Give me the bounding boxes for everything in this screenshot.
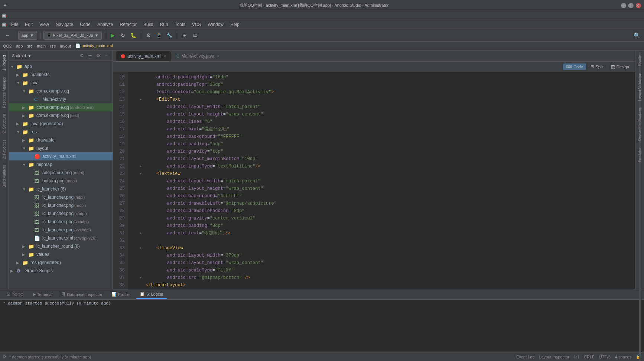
sdk-btn[interactable]: 🔧: [165, 31, 174, 40]
code-line-33[interactable]: ▶ <ImageView: [140, 244, 635, 252]
database-inspector-tab[interactable]: 🗄 Database Inspector: [58, 290, 106, 299]
code-line-38[interactable]: </LinearLayout>: [140, 282, 635, 289]
code-line-19[interactable]: android:padding="5dp": [140, 140, 635, 148]
tree-item-ic-launcher-hdpi[interactable]: 🖼 ic_launcher.png (hdpi): [9, 193, 113, 201]
close-btn[interactable]: ✕: [636, 3, 641, 8]
view-code-btn[interactable]: ⌨ Code: [563, 64, 586, 70]
z-structure-tab[interactable]: Z: Structure: [1, 111, 7, 136]
resource-manager-tab[interactable]: Resource Manager: [1, 74, 7, 111]
tree-item-java[interactable]: ▼ 📁 java: [9, 79, 113, 87]
code-line-34[interactable]: android:layout_width="379dp": [140, 252, 635, 259]
tree-item-ic-launcher-xhdpi[interactable]: 🖼 ic_launcher.png (xhdpi): [9, 209, 113, 218]
menu-help[interactable]: Help: [227, 21, 243, 28]
breadcrumb-item-app[interactable]: app: [16, 44, 23, 48]
menu-window[interactable]: Window: [205, 21, 227, 28]
code-line-32[interactable]: [140, 237, 635, 244]
tree-item-ic-launcher-xml[interactable]: 📄 ic_launcher.xml (anydpi-v26): [9, 234, 113, 242]
emulator-tab[interactable]: Emulator: [636, 144, 643, 165]
breadcrumb-item-file[interactable]: 📄 activity_main.xml: [75, 43, 113, 48]
menu-file[interactable]: File: [8, 21, 21, 28]
tree-item-mainactivity[interactable]: C MainActivity: [9, 95, 113, 103]
menu-run[interactable]: Run: [157, 21, 171, 28]
menu-code[interactable]: Code: [77, 21, 94, 28]
code-line-21[interactable]: android:layout_marginBottom="10dp": [140, 155, 635, 163]
view-design-btn[interactable]: 🖼 Design: [608, 64, 632, 70]
panel-dropdown-icon[interactable]: ▼: [27, 53, 32, 58]
menu-analyze[interactable]: Analyze: [94, 21, 116, 28]
tree-item-bottom-png[interactable]: 🖼 bottom.png (mdpi): [9, 177, 113, 185]
menu-tools[interactable]: Tools: [172, 21, 188, 28]
tab-close-btn[interactable]: ✕: [163, 54, 166, 58]
code-line-11[interactable]: android:paddingTop="16dp": [140, 81, 635, 88]
tree-item-androidtest[interactable]: ▶ 📁 com.example.qq (androidTest): [9, 103, 113, 111]
code-line-35[interactable]: android:layout_height="wrap_content": [140, 259, 635, 267]
sync-btn[interactable]: ⚙: [144, 31, 153, 40]
maximize-btn[interactable]: □: [628, 3, 634, 8]
code-line-22[interactable]: ▶ android:inputType="textMultiLine"/>: [140, 163, 635, 170]
tree-item-gradle-scripts[interactable]: ▶ ⚙ Gradle Scripts: [9, 267, 113, 275]
panel-filter-btn[interactable]: ☰: [87, 52, 93, 59]
search-everywhere-btn[interactable]: 🔍: [632, 31, 641, 40]
tree-item-ic-launcher-xxxhdpi[interactable]: 🖼 ic_launcher.png (xxxhdpi): [9, 226, 113, 234]
debug-btn[interactable]: 🐛: [129, 31, 138, 40]
menu-refactor[interactable]: Refactor: [117, 21, 140, 28]
tree-item-app[interactable]: ▼ 📁 app: [9, 62, 113, 71]
tab-activity-main-xml[interactable]: 🔴 activity_main.xml ✕: [116, 51, 171, 61]
logcat-tab[interactable]: 📋 6: Logcat: [136, 290, 167, 299]
tree-item-com-example-qq[interactable]: ▼ 📁 com.example.qq: [9, 87, 113, 95]
gradle-tab[interactable]: Gradle: [636, 52, 643, 69]
code-line-13[interactable]: ▶ <EditText: [140, 96, 635, 103]
breadcrumb-item-main[interactable]: main: [37, 44, 46, 48]
code-editor[interactable]: android:paddingRight="16dp" android:padd…: [134, 72, 635, 289]
code-line-16[interactable]: android:lines="6": [140, 118, 635, 126]
minimize-btn[interactable]: —: [621, 3, 626, 8]
code-line-25[interactable]: android:layout_height="wrap_content": [140, 185, 635, 192]
menu-build[interactable]: Build: [140, 21, 156, 28]
app-dropdown[interactable]: app ▼: [18, 31, 37, 40]
rebuild-btn[interactable]: ↻: [118, 31, 127, 40]
menu-edit[interactable]: Edit: [22, 21, 36, 28]
code-line-30[interactable]: android:padding="8dp": [140, 222, 635, 230]
code-line-14[interactable]: android:layout_width="match_parent": [140, 103, 635, 111]
menu-view[interactable]: View: [36, 21, 52, 28]
view-split-btn[interactable]: ⊟ Split: [588, 64, 606, 70]
tree-item-layout[interactable]: ▼ 📁 layout: [9, 144, 113, 152]
tree-item-ic-launcher-round[interactable]: ▶ 📁 ic_launcher_round (6): [9, 242, 113, 250]
tree-item-activity-main-xml[interactable]: 🔴 activity_main.xml: [9, 152, 113, 160]
code-line-28[interactable]: android:drawablePadding="8dp": [140, 207, 635, 215]
layout-inspector-btn[interactable]: Layout Inspector: [539, 355, 569, 359]
event-log-btn[interactable]: Event Log: [516, 355, 535, 359]
code-line-24[interactable]: android:layout_width="match_parent": [140, 178, 635, 185]
code-line-17[interactable]: android:hint="说点什么吧": [140, 126, 635, 133]
code-line-27[interactable]: android:drawableLeft="@mipmap/addpicture…: [140, 200, 635, 207]
tab-mainactivity-java[interactable]: C MainActivity.java ✕: [172, 51, 224, 61]
breadcrumb-item-src[interactable]: src: [27, 44, 33, 48]
run-btn[interactable]: ▶: [108, 31, 117, 40]
code-line-10[interactable]: android:paddingRight="16dp": [140, 74, 635, 81]
tree-item-res-generated[interactable]: ▶ 📁 res (generated): [9, 258, 113, 267]
avd-btn[interactable]: 📱: [155, 31, 163, 40]
menu-vcs[interactable]: VCS: [189, 21, 204, 28]
layout-validation-tab[interactable]: Layout Validation: [636, 70, 643, 104]
code-line-23[interactable]: ▶ <TextView: [140, 170, 635, 178]
code-line-15[interactable]: android:layout_height="wrap_content": [140, 111, 635, 118]
cursor-position[interactable]: 1:1: [574, 355, 579, 359]
breadcrumb-item-qq2[interactable]: QQ2: [3, 44, 12, 48]
tree-item-mipmap[interactable]: ▼ 📁 mipmap: [9, 160, 113, 169]
line-ending[interactable]: CRLF: [584, 355, 595, 359]
tab-close-btn[interactable]: ✕: [217, 54, 219, 58]
code-line-37[interactable]: ▶ android:src="@mipmap/bottom" />: [140, 274, 635, 282]
favorites-tab[interactable]: 2: Favorites: [1, 137, 7, 162]
encoding[interactable]: UTF-8: [599, 355, 611, 359]
code-line-26[interactable]: android:background="#FFFFFF": [140, 192, 635, 200]
code-line-31[interactable]: ▶ android:text="添加照片"/>: [140, 230, 635, 237]
profiler-tab[interactable]: 📊 Profiler: [108, 290, 135, 299]
tree-item-manifests[interactable]: ▶ 📁 manifests: [9, 71, 113, 79]
tree-item-drawable[interactable]: ▶ 📁 drawable: [9, 136, 113, 144]
indent[interactable]: 4 spaces: [615, 355, 631, 359]
breadcrumb-item-res[interactable]: res: [50, 44, 56, 48]
device-file-explorer-tab[interactable]: Device File Explorer: [636, 105, 643, 144]
panel-settings-btn[interactable]: ⚙: [95, 52, 101, 59]
device-dropdown[interactable]: 📱 Pixel_3a_API_30_x86 ▼: [43, 31, 102, 40]
layout-editor-btn[interactable]: ⊞: [180, 31, 189, 40]
